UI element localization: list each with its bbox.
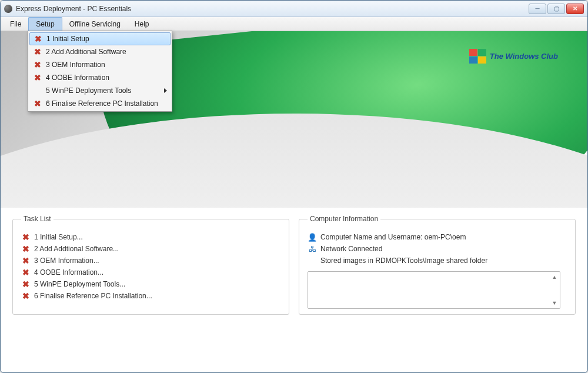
- network-icon: 🖧: [308, 244, 317, 254]
- task-finalise-reference-pc[interactable]: ✖ 6 Finalise Reference PC Installation..…: [21, 290, 280, 302]
- user-icon: 👤: [308, 232, 317, 242]
- window-controls: ─ ▢ ✕: [529, 4, 584, 14]
- error-x-icon: ✖: [32, 61, 44, 69]
- window-title: Express Deployment - PC Essentials: [16, 5, 529, 13]
- computer-info-fieldset: Computer Information 👤 Computer Name and…: [299, 215, 576, 315]
- error-x-icon: ✖: [21, 257, 31, 265]
- setup-dropdown: ✖ 1 Initial Setup ✖ 2 Add Additional Sof…: [28, 31, 172, 112]
- content-area: Task List ✖ 1 Initial Setup... ✖ 2 Add A…: [1, 208, 587, 372]
- menubar: File Setup Offline Servicing Help: [1, 17, 587, 31]
- network-row: 🖧 Network Connected: [308, 243, 567, 255]
- close-icon: ✕: [573, 5, 577, 12]
- menu-setup[interactable]: Setup: [28, 17, 62, 31]
- setup-menu-oem-information[interactable]: ✖ 3 OEM Information: [29, 58, 171, 71]
- computer-info-panel: Computer Information 👤 Computer Name and…: [299, 215, 576, 361]
- titlebar: Express Deployment - PC Essentials ─ ▢ ✕: [1, 1, 587, 17]
- maximize-button[interactable]: ▢: [547, 4, 565, 14]
- menu-offline-servicing[interactable]: Offline Servicing: [62, 17, 128, 31]
- error-x-icon: ✖: [21, 233, 31, 241]
- setup-menu-oobe-information[interactable]: ✖ 4 OOBE Information: [29, 71, 171, 84]
- error-x-icon: ✖: [32, 74, 44, 82]
- setup-menu-finalise-reference-pc[interactable]: ✖ 6 Finalise Reference PC Installation: [29, 97, 171, 110]
- error-x-icon: ✖: [32, 48, 44, 56]
- app-icon: [4, 5, 12, 13]
- stored-images-textbox[interactable]: ▲ ▼: [308, 271, 560, 309]
- menu-file[interactable]: File: [3, 17, 28, 31]
- task-list-legend: Task List: [21, 215, 54, 223]
- task-initial-setup[interactable]: ✖ 1 Initial Setup...: [21, 231, 280, 243]
- task-oem-information[interactable]: ✖ 3 OEM Information...: [21, 255, 280, 267]
- error-x-icon: ✖: [21, 292, 31, 300]
- windows-flag-icon: [469, 49, 486, 64]
- setup-menu-winpe-deployment-tools[interactable]: 5 WinPE Deployment Tools: [29, 84, 171, 97]
- maximize-icon: ▢: [554, 5, 559, 12]
- menu-help[interactable]: Help: [128, 17, 156, 31]
- computer-info-legend: Computer Information: [308, 215, 380, 223]
- setup-menu-initial-setup[interactable]: ✖ 1 Initial Setup: [29, 32, 171, 45]
- task-oobe-information[interactable]: ✖ 4 OOBE Information...: [21, 267, 280, 278]
- error-x-icon: ✖: [21, 280, 31, 288]
- setup-menu-add-additional-software[interactable]: ✖ 2 Add Additional Software: [29, 45, 171, 58]
- computer-name-row: 👤 Computer Name and Username: oem-PC\oem: [308, 231, 567, 243]
- error-x-icon: ✖: [32, 35, 44, 43]
- task-winpe-deployment-tools[interactable]: ✖ 5 WinPE Deployment Tools...: [21, 278, 280, 290]
- close-button[interactable]: ✕: [566, 4, 584, 14]
- minimize-icon: ─: [535, 5, 539, 12]
- task-list-panel: Task List ✖ 1 Initial Setup... ✖ 2 Add A…: [12, 215, 289, 361]
- stored-images-label: Stored images in RDMOPKTools\Image share…: [320, 255, 567, 267]
- brand-logo-text: The Windows Club: [490, 52, 558, 61]
- task-list-fieldset: Task List ✖ 1 Initial Setup... ✖ 2 Add A…: [12, 215, 289, 315]
- brand-logo: The Windows Club: [469, 49, 558, 64]
- submenu-arrow-icon: [164, 88, 167, 93]
- error-x-icon: ✖: [21, 268, 31, 277]
- scroll-down-icon[interactable]: ▼: [550, 299, 559, 307]
- minimize-button[interactable]: ─: [529, 4, 546, 14]
- task-add-additional-software[interactable]: ✖ 2 Add Addtional Software...: [21, 243, 280, 255]
- error-x-icon: ✖: [32, 99, 44, 108]
- app-window: Express Deployment - PC Essentials ─ ▢ ✕…: [0, 0, 588, 373]
- scroll-up-icon[interactable]: ▲: [550, 273, 559, 281]
- error-x-icon: ✖: [21, 245, 31, 253]
